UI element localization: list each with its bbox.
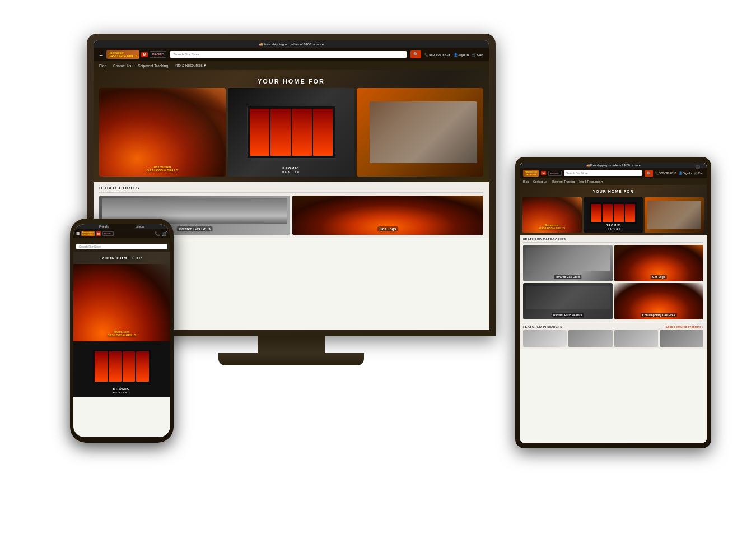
- bromic-cell-2: [270, 109, 291, 156]
- hero-rasmussen-label: RasmussenGAS LOGS & GRILLS: [147, 165, 178, 172]
- tablet-header-actions: 📞 562-696-8718 👤 Sign In 🛒 Cart: [655, 171, 703, 175]
- tablet-nav: Blog Contact Us Shipment Tracking Info &…: [520, 178, 707, 185]
- tablet-categories-grid: Infrared Gas Grills Gas Logs Radiant Pat…: [523, 245, 703, 319]
- tablet-truck-icon: 🚚: [586, 164, 590, 167]
- mobile-rasmussen-logo: RasmussenGAS LOGS: [81, 231, 95, 236]
- tablet-categories-title: FEATURED CATEGORIES: [523, 238, 703, 243]
- tablet-cat-contemporary[interactable]: Contemporary Gas Fires: [614, 283, 704, 319]
- tablet-grill-image: [647, 201, 701, 229]
- tablet-fp-link[interactable]: Shop Featured Products ›: [666, 326, 703, 328]
- tablet-cat-gaslogs[interactable]: Gas Logs: [614, 245, 704, 281]
- tablet-bromic-logo: BRÓMICHEATING: [605, 224, 622, 230]
- hero-bromic-panel: [247, 106, 335, 159]
- bromic-cell-3: [292, 109, 312, 156]
- tablet-fp-item-4[interactable]: [660, 330, 703, 347]
- mobile-bromic-logo-text: BRÓMICHEATING: [113, 387, 131, 394]
- tablet-hero-bromic[interactable]: BRÓMICHEATING: [584, 197, 643, 233]
- desktop-signin[interactable]: 👤 Sign In: [454, 53, 469, 57]
- desktop-cart[interactable]: 🛒 Cart: [472, 53, 483, 57]
- mobile-cart-icon[interactable]: 🛒: [162, 231, 167, 236]
- desktop-m-logo: M: [141, 52, 148, 57]
- bromic-cell-1: [250, 109, 270, 156]
- mobile-search-bar: [73, 238, 170, 252]
- mobile-bromic-cell-1: [95, 351, 108, 382]
- tablet-nav-info[interactable]: Info & Resources ▾: [579, 180, 603, 183]
- tablet-fp-item-1[interactable]: [523, 330, 567, 347]
- tablet-nav-contact[interactable]: Contact Us: [533, 180, 547, 183]
- mobile-bromic-panel: [93, 350, 151, 383]
- tablet-infrared-image: [526, 248, 610, 271]
- tablet-search-input[interactable]: [564, 170, 642, 176]
- nav-blog[interactable]: Blog: [99, 64, 106, 68]
- hero-cards: RasmussenGAS LOGS & GRILLS: [99, 88, 483, 177]
- tablet-categories: FEATURED CATEGORIES Infrared Gas Grills …: [520, 235, 707, 322]
- tablet-cat-patio[interactable]: Radiant Patio Heaters: [523, 283, 613, 319]
- nav-contact[interactable]: Contact Us: [113, 64, 131, 68]
- tablet-search-button[interactable]: 🔍: [645, 170, 653, 177]
- nav-info-dropdown[interactable]: Info & Resources ▾: [175, 63, 206, 68]
- mobile-hamburger-icon[interactable]: ☰: [76, 231, 80, 236]
- tablet-bromic-cell: [591, 204, 601, 222]
- hero-card-rasmussen[interactable]: RasmussenGAS LOGS & GRILLS: [99, 88, 226, 177]
- mobile-phone-icon[interactable]: 📞: [155, 231, 160, 236]
- mobile-search-input[interactable]: [76, 244, 167, 249]
- mobile-notch: [108, 224, 136, 229]
- desktop-nav: Blog Contact Us Shipment Tracking Info &…: [94, 61, 489, 70]
- tablet-fp-title-text: FEATURED PRODUCTS: [523, 325, 562, 328]
- mobile-m-logo: M: [96, 231, 101, 236]
- scene: 🚚 Free shipping on orders of $100 or mor…: [0, 0, 756, 538]
- tablet-device: 🚚 Free shipping on orders of $100 or mor…: [515, 157, 711, 448]
- tablet-website: 🚚 Free shipping on orders of $100 or mor…: [520, 163, 707, 443]
- desktop-cat-gaslogs[interactable]: Gas Logs: [292, 196, 483, 235]
- hero-rasmussen-flame: [99, 88, 226, 177]
- tablet-bromic-panel: [590, 202, 637, 224]
- mobile-device: Free shipping on orders of $100 or more …: [70, 219, 174, 443]
- tablet-nav-tracking[interactable]: Shipment Tracking: [552, 180, 575, 183]
- tablet-nav-blog[interactable]: Blog: [523, 180, 529, 183]
- bromic-cell-4: [313, 109, 333, 156]
- desktop-topbar: 🚚 Free shipping on orders of $100 or mor…: [94, 40, 489, 48]
- tablet-cat-contemporary-label: Contemporary Gas Fires: [641, 313, 676, 317]
- tablet-phone[interactable]: 📞 562-696-8718: [655, 171, 677, 175]
- desktop-hamburger-icon[interactable]: ☰: [99, 52, 103, 57]
- desktop-cat-infrared-label: Infrared Gas Grills: [176, 226, 213, 231]
- hero-title: YOUR HOME FOR: [258, 78, 325, 85]
- monitor-stand-base: [218, 353, 364, 365]
- tablet-fp-row: [523, 330, 703, 347]
- tablet-cat-infrared[interactable]: Infrared Gas Grills: [523, 245, 613, 281]
- desktop-search-button[interactable]: 🔍: [410, 50, 421, 58]
- tablet-hero: YOUR HOME FOR RasmussenGAS LOGS & GRILLS: [520, 185, 707, 235]
- tablet-hero-cards: RasmussenGAS LOGS & GRILLS BRÓMICHEATING: [522, 197, 704, 233]
- tablet-m-logo: M: [541, 171, 545, 175]
- tablet-signin[interactable]: 👤 Sign In: [679, 171, 692, 175]
- tablet-hero-rasmussen[interactable]: RasmussenGAS LOGS & GRILLS: [522, 197, 582, 233]
- nav-tracking[interactable]: Shipment Tracking: [138, 64, 168, 68]
- desktop-logo-group: RasmussenGAS LOGS & GRILLS M BROMIC: [106, 50, 166, 59]
- tablet-hero-grill[interactable]: [645, 197, 704, 233]
- desktop-header-actions: 📞 562-696-8718 👤 Sign In 🛒 Cart: [424, 53, 483, 57]
- mobile-screen: Free shipping on orders of $100 or more …: [73, 224, 170, 437]
- tablet-bromic-cell-3: [614, 204, 624, 222]
- nav-info-link[interactable]: Info & Resources ▾: [175, 63, 206, 68]
- shipping-truck-icon: 🚚: [259, 43, 263, 46]
- desktop-bromic-logo: BROMIC: [150, 51, 166, 58]
- tablet-cat-gaslogs-label: Gas Logs: [651, 275, 667, 279]
- tablet-cart[interactable]: 🛒 Cart: [694, 171, 703, 175]
- mobile-bromic-cell-4: [136, 351, 149, 382]
- mobile-bromic-logo: BROMIC: [102, 231, 114, 236]
- tablet-fp-item-3[interactable]: [614, 330, 658, 347]
- tablet-bromic-cell-2: [603, 204, 613, 222]
- desktop-search-input[interactable]: [170, 51, 407, 58]
- tablet-bezel: 🚚 Free shipping on orders of $100 or mor…: [515, 157, 711, 448]
- tablet-fp-item-2[interactable]: [568, 330, 612, 347]
- hero-card-bromic[interactable]: BRÓMICHEATING: [228, 88, 354, 177]
- tablet-fp-header: FEATURED PRODUCTS Shop Featured Products…: [523, 325, 703, 328]
- tablet-bromic-cell-4: [625, 204, 635, 222]
- mobile-hero-title: YOUR HOME FOR: [101, 256, 142, 260]
- hero-bromic-label: BRÓMICHEATING: [282, 166, 300, 173]
- tablet-hero-title: YOUR HOME FOR: [593, 189, 634, 193]
- hero-card-grill[interactable]: [357, 88, 483, 177]
- tablet-rasmussen-logo: RasmussenGAS LOGS: [523, 170, 539, 177]
- desktop-phone[interactable]: 📞 562-696-8718: [424, 53, 450, 57]
- desktop-header: ☰ RasmussenGAS LOGS & GRILLS M BROMIC 🔍 …: [94, 48, 489, 61]
